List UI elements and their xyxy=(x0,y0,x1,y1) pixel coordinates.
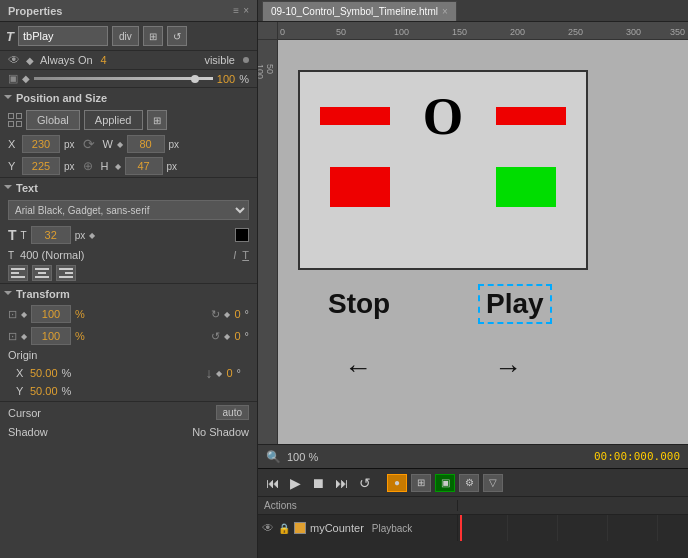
transform-triangle xyxy=(4,291,12,298)
zoom-value: 100 % xyxy=(287,451,318,463)
letter-o: O xyxy=(423,87,463,146)
eye-icon[interactable]: 👁 xyxy=(8,53,20,67)
cursor-auto-button[interactable]: auto xyxy=(216,405,249,420)
tl-track-lock-icon[interactable]: 🔒 xyxy=(278,523,290,534)
opacity-slider[interactable] xyxy=(34,77,213,80)
red-bar-left xyxy=(320,107,390,125)
rot-deg1: ° xyxy=(245,308,249,320)
tl-actions-label: Actions xyxy=(264,500,297,511)
w-input[interactable] xyxy=(127,135,165,153)
link-wh-icon: ⟳ xyxy=(83,136,95,152)
canvas-content: O Stop Play ← → xyxy=(278,40,688,444)
underline-button[interactable]: T xyxy=(242,249,249,261)
x-label: X xyxy=(8,138,18,150)
font-select[interactable]: Arial Black, Gadget, sans-serif xyxy=(8,200,249,220)
timeline-controls: ⏮ ▶ ⏹ ⏭ ↺ ● ⊞ ▣ ⚙ ▽ xyxy=(258,469,688,497)
rl-100: 100 xyxy=(258,64,265,79)
origin-y-label: Y xyxy=(16,385,26,397)
tl-stop-button[interactable]: ⏹ xyxy=(309,475,327,491)
font-size-icon-small: T xyxy=(21,230,27,241)
align-left-button[interactable] xyxy=(8,265,28,281)
h-px: px xyxy=(167,161,178,172)
text-section-header[interactable]: Text xyxy=(0,177,257,197)
tl-layer-icon[interactable]: ▣ xyxy=(435,474,455,492)
element-icon-btn-1[interactable]: ⊞ xyxy=(143,26,163,46)
origin-y-value: 50.00 xyxy=(30,385,58,397)
visible-label: visible xyxy=(204,54,235,66)
global-applied-row: Global Applied ⊞ xyxy=(0,107,257,133)
h-input[interactable] xyxy=(125,157,163,175)
align-center-button[interactable] xyxy=(32,265,52,281)
font-size-input[interactable] xyxy=(31,226,71,244)
tl-timeline-icon[interactable]: ⊞ xyxy=(411,474,431,492)
transform-section-header[interactable]: Transform xyxy=(0,283,257,303)
element-name-input[interactable] xyxy=(18,26,108,46)
rot-x-value: 0 xyxy=(234,308,240,320)
timeline-track-row: 👁 🔒 myCounter Playback xyxy=(258,515,688,541)
rot-y-value: 0 xyxy=(234,330,240,342)
opacity-diamond: ◆ xyxy=(22,73,30,84)
origin-deg: 0 xyxy=(226,367,232,379)
pos-size-section-header[interactable]: Position and Size xyxy=(0,87,257,107)
h-label: H xyxy=(101,160,111,172)
file-tab[interactable]: 09-10_Control_Symbol_Timeline.html × xyxy=(262,1,457,21)
play-button-text[interactable]: Play xyxy=(478,284,552,324)
tl-expand-icon[interactable]: ▽ xyxy=(483,474,503,492)
cursor-label: Cursor xyxy=(8,407,212,419)
w-label: W xyxy=(103,138,113,150)
text-triangle xyxy=(4,185,12,192)
panel-close-icon[interactable]: × xyxy=(243,5,249,16)
tl-track-playhead xyxy=(460,515,462,541)
ruler-left: 50 100 150 200 250 300 350 400 xyxy=(258,40,278,444)
rot-deg2: ° xyxy=(245,330,249,342)
time-value: 00:00:000.000 xyxy=(594,450,680,463)
pos-settings-icon[interactable]: ⊞ xyxy=(147,110,167,130)
origin-y-pct: % xyxy=(62,385,72,397)
tl-record-icon[interactable]: ● xyxy=(387,474,407,492)
tl-skip-start-button[interactable]: ⏮ xyxy=(264,475,282,491)
origin-x-value: 50.00 xyxy=(30,367,58,379)
stop-button-text[interactable]: Stop xyxy=(328,288,390,320)
right-panel: 09-10_Control_Symbol_Timeline.html × 0 5… xyxy=(258,0,688,558)
element-icon-btn-2[interactable]: ↺ xyxy=(167,26,187,46)
align-right-button[interactable] xyxy=(56,265,76,281)
green-rect xyxy=(496,167,556,207)
x-px: px xyxy=(64,139,75,150)
ruler-mark-150: 150 xyxy=(452,27,467,37)
font-size-row: T T px ◆ xyxy=(0,223,257,247)
panel-menu-icon[interactable]: ≡ xyxy=(233,5,239,16)
scale-y-icon: ⊡ xyxy=(8,330,17,343)
rotate-icon: ↻ xyxy=(211,308,220,321)
w-diamond: ◆ xyxy=(117,140,123,149)
tl-skip-end-button[interactable]: ⏭ xyxy=(333,475,351,491)
tl-play-button[interactable]: ▶ xyxy=(288,475,303,491)
applied-button[interactable]: Applied xyxy=(84,110,143,130)
global-button[interactable]: Global xyxy=(26,110,80,130)
diamond-icon: ◆ xyxy=(26,55,34,66)
ruler-top: 0 50 100 150 200 250 300 350 xyxy=(278,22,688,40)
font-color-swatch[interactable] xyxy=(235,228,249,242)
scale-y-diamond: ◆ xyxy=(21,332,27,341)
tl-repeat-button[interactable]: ↺ xyxy=(357,475,373,491)
element-type-button[interactable]: div xyxy=(112,26,139,46)
canvas-area: 0 50 100 150 200 250 300 350 50 100 150 … xyxy=(258,22,688,444)
tl-track-name: myCounter xyxy=(310,522,364,534)
tl-track-right xyxy=(458,515,688,541)
tl-track-sublabel: Playback xyxy=(372,523,413,534)
transform-scale-row: ⊡ ◆ % ↻ ◆ 0 ° xyxy=(0,303,257,325)
rot-diamond2: ◆ xyxy=(224,332,230,341)
scale-y-input[interactable] xyxy=(31,327,71,345)
canvas-bottom-bar: 🔍 100 % 00:00:000.000 xyxy=(258,444,688,468)
tab-close-icon[interactable]: × xyxy=(442,6,448,17)
x-input[interactable] xyxy=(22,135,60,153)
origin-x-diamond: ◆ xyxy=(216,369,222,378)
element-name-row: T div ⊞ ↺ xyxy=(0,22,257,51)
scale-pct2: % xyxy=(75,330,85,342)
scale-x-input[interactable] xyxy=(31,305,71,323)
ruler-mark-0: 0 xyxy=(280,27,285,37)
tl-settings-icon[interactable]: ⚙ xyxy=(459,474,479,492)
y-input[interactable] xyxy=(22,157,60,175)
italic-button[interactable]: I xyxy=(233,249,236,261)
opacity-icon: ▣ xyxy=(8,72,18,85)
tl-track-eye-icon[interactable]: 👁 xyxy=(262,521,274,535)
